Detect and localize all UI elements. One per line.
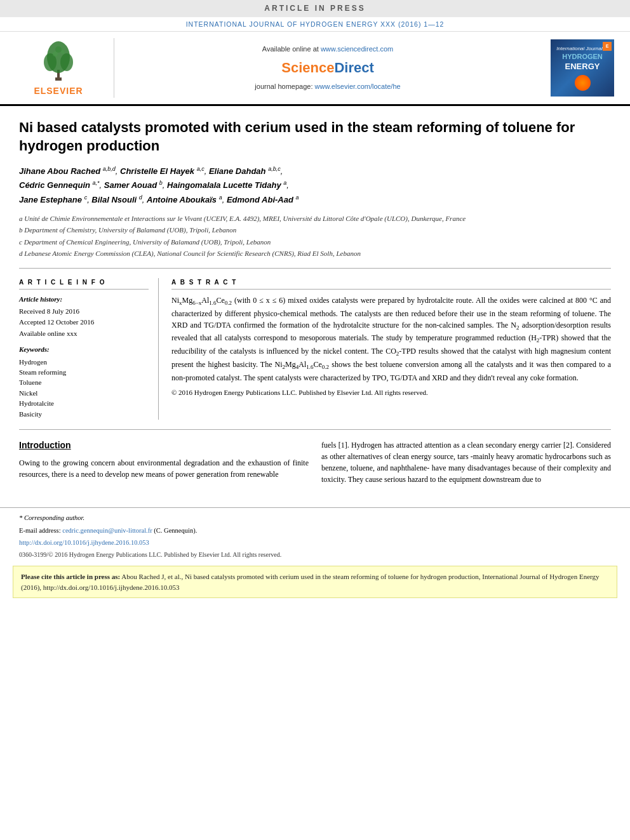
intro-right-col: fuels [1]. Hydrogen has attracted attent…	[321, 439, 611, 485]
author-name: Edmond Abi-Aad	[227, 195, 293, 204]
affil-super: b	[159, 180, 163, 186]
header-center: Available online at www.sciencedirect.co…	[121, 38, 535, 98]
elsevier-logo-section: ELSEVIER	[13, 38, 114, 98]
corresponding-author-label: * Corresponding author.	[19, 514, 84, 521]
elsevier-logo: ELSEVIER	[34, 38, 83, 98]
page-header: ELSEVIER Available online at www.science…	[0, 32, 630, 106]
affiliation-b: b Department of Chemistry, University of…	[19, 225, 611, 236]
author-name: Jihane Abou Rached	[19, 167, 100, 177]
main-content: Ni based catalysts promoted with cerium …	[0, 106, 630, 495]
keywords-label: Keywords:	[19, 345, 149, 354]
journal-homepage-url[interactable]: www.elsevier.com/locate/he	[315, 83, 401, 90]
svg-point-4	[60, 53, 73, 71]
keyword-steam-reforming: Steam reforming	[19, 368, 149, 377]
available-online-text: Available online at www.sciencedirect.co…	[262, 44, 393, 54]
svg-point-7	[55, 46, 62, 53]
article-info-col: A R T I C L E I N F O Article history: R…	[19, 278, 159, 420]
affiliation-d: d Lebanese Atomic Energy Commission (CLE…	[19, 248, 611, 259]
citation-bar: Please cite this article in press as: Ab…	[13, 566, 617, 598]
journal-cover-circle-icon	[575, 75, 591, 91]
corresponding-author-note: * Corresponding author.	[19, 513, 611, 523]
journal-bar: INTERNATIONAL JOURNAL OF HYDROGEN ENERGY…	[0, 17, 630, 32]
keyword-basicity: Basicity	[19, 410, 149, 419]
affil-super: d	[139, 194, 142, 201]
section-divider	[19, 429, 611, 430]
affil-super: a	[283, 180, 286, 186]
article-in-press-banner: Article in Press	[0, 0, 630, 17]
article-info-abstract: A R T I C L E I N F O Article history: R…	[19, 278, 611, 420]
keyword-hydrogen: Hydrogen	[19, 357, 149, 367]
article-info-header: A R T I C L E I N F O	[19, 278, 149, 290]
introduction-heading: Introduction	[19, 439, 309, 452]
affiliation-a: a Unité de Chimie Environnementale et In…	[19, 213, 611, 224]
affil-super: a	[296, 194, 299, 201]
author-name: Cédric Gennequin	[19, 181, 90, 190]
abstract-copyright: © 2016 Hydrogen Energy Publications LLC.…	[171, 387, 611, 398]
journal-homepage-text: journal homepage: www.elsevier.com/locat…	[255, 82, 400, 91]
email-link[interactable]: cedric.gennequin@univ-littoral.fr	[62, 527, 152, 534]
journal-cover: International Journal of HYDROGEN ENERGY…	[551, 39, 614, 97]
svg-point-6	[61, 50, 65, 54]
affil-super: a,*	[93, 180, 100, 186]
author-name: Antoine Aboukaïs	[147, 195, 217, 204]
elsevier-mini-icon: E	[603, 42, 612, 51]
doi-footnote: http://dx.doi.org/10.1016/j.ijhydene.201…	[19, 538, 611, 548]
doi-link[interactable]: http://dx.doi.org/10.1016/j.ijhydene.201…	[19, 539, 149, 546]
intro-columns: Introduction Owing to the growing concer…	[19, 439, 611, 485]
journal-cover-subtitle: HYDROGEN	[562, 53, 603, 60]
author-name: Haingomalala Lucette Tidahy	[167, 181, 281, 190]
keyword-nickel: Nickel	[19, 389, 149, 398]
affil-super: c	[84, 194, 88, 201]
author-name: Bilal Nsouli	[91, 195, 137, 204]
journal-cover-title: International Journal of	[556, 46, 608, 52]
intro-right-text: fuels [1]. Hydrogen has attracted attent…	[321, 439, 611, 485]
affiliation-c: c Department of Chemical Engineering, Un…	[19, 237, 611, 248]
available-online-date: Available online xxx	[19, 329, 149, 338]
affiliations-block: a Unité de Chimie Environnementale et In…	[19, 213, 611, 269]
article-history-label: Article history:	[19, 295, 149, 304]
email-label: E-mail address:	[19, 527, 61, 534]
author-name: Eliane Dahdah	[209, 167, 266, 177]
author-name: Samer Aouad	[104, 181, 157, 190]
article-title: Ni based catalysts promoted with cerium …	[19, 119, 611, 155]
footer-copyright: 0360-3199/© 2016 Hydrogen Energy Publica…	[19, 550, 611, 559]
sciencedirect-direct: Direct	[334, 60, 373, 76]
authors-block: Jihane Abou Rached a,b,d, Christelle El …	[19, 164, 611, 206]
intro-left-text: Owing to the growing concern about envir…	[19, 457, 309, 480]
elsevier-label: ELSEVIER	[34, 85, 83, 98]
email-name: (C. Gennequin).	[154, 527, 197, 534]
affil-super: a,b,c	[268, 166, 281, 172]
page-footer: * Corresponding author. E-mail address: …	[0, 507, 630, 559]
author-name: Jane Estephane	[19, 195, 82, 204]
abstract-col: A B S T R A C T NixMg6−xAl1.6Ce0.2 (with…	[171, 278, 611, 420]
sciencedirect-logo: ScienceDirect	[281, 58, 374, 78]
abstract-text: NixMg6−xAl1.6Ce0.2 (with 0 ≤ x ≤ 6) mixe…	[171, 295, 611, 398]
intro-left-col: Introduction Owing to the growing concer…	[19, 439, 309, 485]
introduction-section: Introduction Owing to the growing concer…	[19, 439, 611, 485]
author-name: Christelle El Hayek	[120, 167, 194, 177]
keyword-toluene: Toluene	[19, 378, 149, 387]
affil-super: a,b,d	[103, 166, 116, 172]
keyword-hydrotalcite: Hydrotalcite	[19, 399, 149, 408]
journal-cover-section: International Journal of HYDROGEN ENERGY…	[541, 38, 617, 98]
elsevier-tree-icon	[36, 38, 81, 83]
citation-label: Please cite this article in press as:	[21, 573, 120, 580]
accepted-date: Accepted 12 October 2016	[19, 317, 149, 327]
abstract-header: A B S T R A C T	[171, 278, 611, 290]
affil-super: a	[219, 194, 222, 201]
sciencedirect-url[interactable]: www.sciencedirect.com	[321, 45, 393, 53]
journal-cover-energy: ENERGY	[565, 61, 600, 72]
affil-super: a,c	[197, 166, 204, 172]
email-footnote: E-mail address: cedric.gennequin@univ-li…	[19, 526, 611, 536]
received-date: Received 8 July 2016	[19, 307, 149, 316]
